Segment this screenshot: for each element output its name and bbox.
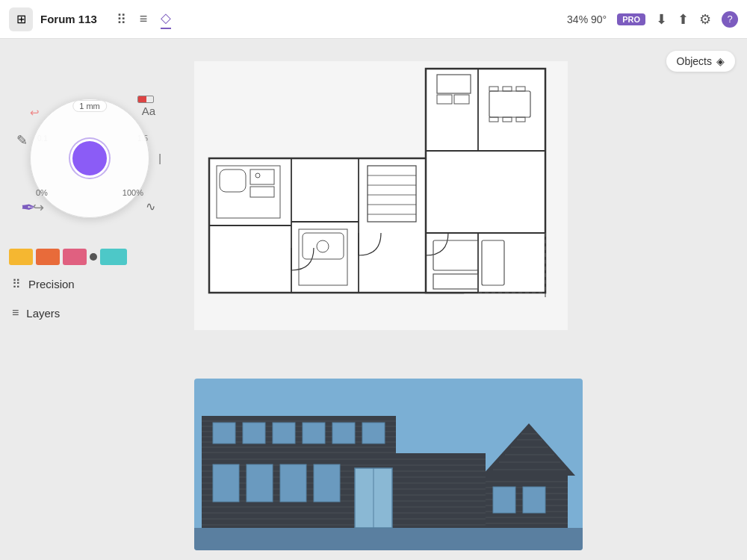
color-swatch-orange[interactable] — [36, 249, 60, 265]
svg-rect-66 — [213, 423, 235, 444]
svg-rect-44 — [194, 528, 583, 550]
wheel-size-label: 1 mm — [72, 100, 107, 112]
top-bar-left: ⊞ Forum 113 ⠿ ≡ ◇ — [9, 7, 171, 31]
wheel-center-dot[interactable] — [70, 139, 109, 178]
upload-button[interactable]: ⬆ — [678, 11, 689, 28]
top-bar: ⊞ Forum 113 ⠿ ≡ ◇ 34% 90° PRO ⬇ ⬆ ⚙ ? — [0, 0, 747, 39]
svg-rect-75 — [314, 464, 340, 502]
color-strip — [0, 244, 157, 270]
battery-indicator — [137, 96, 154, 103]
objects-icon: ◈ — [716, 55, 725, 67]
svg-rect-2 — [426, 69, 545, 293]
elevation-svg — [194, 379, 583, 550]
svg-rect-72 — [213, 464, 239, 502]
project-title: Forum 113 — [40, 13, 97, 25]
color-swatch-teal[interactable] — [100, 249, 127, 265]
svg-rect-73 — [247, 464, 273, 502]
font-icon[interactable]: Aa — [142, 105, 155, 117]
sidebar-toolbar: ⠿ Precision ≡ Layers — [0, 244, 157, 327]
floorplan-container — [194, 61, 568, 330]
undo-icon[interactable]: ↩ — [30, 106, 40, 119]
redo-icon[interactable]: ↪ — [33, 199, 44, 216]
precision-icon: ⠿ — [12, 277, 21, 291]
list-view-icon[interactable]: ≡ — [140, 11, 148, 27]
edit-icon[interactable]: ✎ — [16, 132, 28, 149]
svg-rect-67 — [243, 423, 265, 444]
download-button[interactable]: ⬇ — [656, 11, 667, 28]
tool-wheel: 0.1 1.5 1 mm 0% 100% 9°0 ↩ Aa ✎ | ✒ ∿ ↪ — [15, 84, 164, 233]
draw-icon[interactable]: ◇ — [161, 10, 171, 29]
color-swatch-dark[interactable] — [90, 253, 97, 261]
grid-view-icon[interactable]: ⠿ — [117, 11, 126, 28]
layers-label: Layers — [26, 307, 60, 320]
floorplan-svg — [194, 61, 568, 330]
settings-button[interactable]: ⚙ — [699, 11, 711, 28]
wheel-pct-left: 0% — [36, 188, 48, 197]
wheel-angle: 9°0 — [0, 84, 90, 92]
pro-badge: PRO — [617, 13, 645, 25]
precision-menu-item[interactable]: ⠿ Precision — [0, 270, 157, 299]
svg-rect-94 — [493, 487, 515, 513]
svg-rect-95 — [523, 487, 545, 513]
svg-rect-70 — [332, 423, 355, 444]
color-swatch-yellow[interactable] — [9, 249, 33, 265]
top-bar-icons: ⠿ ≡ ◇ — [117, 10, 172, 29]
elevation-container — [194, 379, 583, 550]
objects-label: Objects — [677, 55, 712, 67]
svg-rect-69 — [303, 423, 325, 444]
text-cursor-icon[interactable]: | — [158, 152, 161, 164]
color-swatch-pink[interactable] — [63, 249, 87, 265]
layers-icon: ≡ — [12, 306, 19, 320]
canvas-area: Objects ◈ — [0, 39, 747, 560]
svg-rect-74 — [280, 464, 306, 502]
top-bar-right: 34% 90° PRO ⬇ ⬆ ⚙ ? — [567, 11, 738, 28]
precision-label: Precision — [28, 278, 75, 290]
app-icon[interactable]: ⊞ — [9, 7, 33, 31]
wheel-circle[interactable] — [30, 99, 149, 218]
svg-rect-45 — [202, 453, 486, 528]
objects-button[interactable]: Objects ◈ — [666, 51, 735, 72]
svg-rect-68 — [273, 423, 295, 444]
layers-menu-item[interactable]: ≡ Layers — [0, 299, 157, 327]
svg-rect-71 — [362, 423, 385, 444]
wheel-pct-right: 100% — [123, 188, 143, 197]
zoom-level: 34% 90° — [567, 13, 607, 25]
wave-icon[interactable]: ∿ — [146, 199, 155, 214]
help-button[interactable]: ? — [722, 11, 738, 28]
